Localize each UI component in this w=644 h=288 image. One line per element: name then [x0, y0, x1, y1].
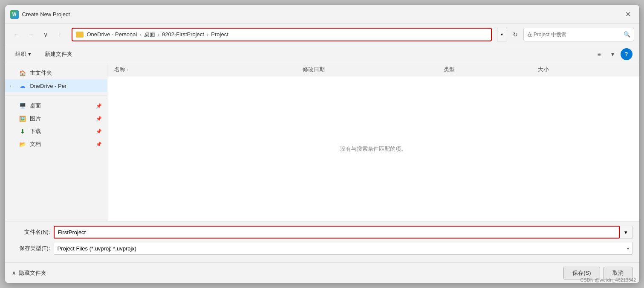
file-area: 名称 ↑ 修改日期 类型 大小 没有与搜索条件匹配的项。 — [107, 63, 639, 221]
breadcrumb-dropdown[interactable]: ▾ — [497, 28, 507, 41]
title-bar: W Create New Project ✕ — [5, 5, 639, 24]
docs-folder-icon: 📂 — [19, 140, 26, 148]
sidebar-label-home: 主文件夹 — [30, 69, 52, 77]
new-folder-button[interactable]: 新建文件夹 — [41, 49, 76, 60]
sidebar-label-downloads: 下载 — [30, 128, 41, 135]
pin-desktop-icon: 📌 — [96, 103, 102, 109]
sidebar-label-docs: 文档 — [30, 140, 41, 148]
filetype-select-wrap: Project Files (*.uvproj; *.uvprojx) ▾ — [54, 242, 632, 255]
breadcrumb-firstproject[interactable]: 9202-FirstProject — [162, 31, 204, 38]
sidebar-item-docs[interactable]: 📂 文档 📌 — [5, 138, 107, 151]
filename-input[interactable] — [54, 226, 620, 239]
filename-input-wrap: ▾ — [54, 226, 632, 239]
refresh-button[interactable]: ↻ — [509, 28, 522, 41]
pin-docs-icon: 📌 — [96, 142, 102, 147]
file-header: 名称 ↑ 修改日期 类型 大小 — [107, 63, 639, 76]
filename-row: 文件名(N): ▾ — [12, 226, 632, 239]
forward-button[interactable]: → — [25, 28, 38, 41]
footer: ∧ 隐藏文件夹 保存(S) 取消 — [5, 262, 639, 283]
hide-folder-toggle[interactable]: ∧ 隐藏文件夹 — [12, 269, 46, 277]
search-box[interactable]: 🔍 — [523, 28, 634, 41]
toolbar-right: ≡ ▾ ? — [593, 48, 632, 60]
app-icon: W — [10, 10, 19, 19]
title-bar-left: W Create New Project — [10, 10, 70, 19]
search-input[interactable] — [527, 32, 622, 38]
up-button[interactable]: ↑ — [54, 28, 66, 41]
folder-icon — [76, 32, 84, 38]
file-empty-message: 没有与搜索条件匹配的项。 — [107, 76, 639, 221]
desktop-folder-icon: 🖥️ — [19, 102, 26, 110]
view-dropdown-button[interactable]: ▾ — [607, 48, 619, 60]
sidebar-label-pictures: 图片 — [30, 115, 41, 122]
sidebar: 🏠 主文件夹 › ☁ OneDrive - Per 🖥️ 桌面 📌 — [5, 63, 107, 221]
view-button[interactable]: ≡ — [593, 48, 605, 60]
sidebar-item-onedrive[interactable]: › ☁ OneDrive - Per — [5, 79, 107, 92]
filetype-label: 保存类型(T): — [12, 244, 50, 252]
dropdown-button[interactable]: ∨ — [39, 28, 52, 41]
sort-arrow-name: ↑ — [127, 67, 129, 72]
breadcrumb-bar[interactable]: OneDrive - Personal › 桌面 › 9202-FirstPro… — [72, 28, 492, 41]
col-header-name[interactable]: 名称 ↑ — [114, 66, 303, 73]
home-icon: 🏠 — [19, 69, 26, 77]
hide-folder-label: 隐藏文件夹 — [19, 269, 46, 277]
navigation-bar: ← → ∨ ↑ OneDrive - Personal › 桌面 › 9202-… — [5, 24, 639, 45]
toolbar: 组织 ▾ 新建文件夹 ≡ ▾ ? — [5, 45, 639, 63]
chevron-onedrive: › — [10, 84, 15, 88]
pin-downloads-icon: 📌 — [96, 129, 102, 134]
col-header-size[interactable]: 大小 — [538, 66, 632, 73]
download-icon: ⬇ — [19, 128, 26, 135]
cloud-icon: ☁ — [19, 82, 26, 90]
search-icon: 🔍 — [624, 31, 630, 38]
back-button[interactable]: ← — [10, 28, 23, 41]
organize-button[interactable]: 组织 ▾ — [12, 49, 35, 60]
close-button[interactable]: ✕ — [622, 9, 634, 20]
filename-label: 文件名(N): — [12, 228, 50, 236]
breadcrumb-onedrive[interactable]: OneDrive - Personal — [87, 31, 137, 38]
bottom-form: 文件名(N): ▾ 保存类型(T): Project Files (*.uvpr… — [5, 221, 639, 262]
main-area: 🏠 主文件夹 › ☁ OneDrive - Per 🖥️ 桌面 📌 — [5, 63, 639, 221]
col-header-type[interactable]: 类型 — [444, 66, 538, 73]
window-title: Create New Project — [22, 11, 70, 17]
sidebar-item-downloads[interactable]: ⬇ 下载 📌 — [5, 125, 107, 138]
breadcrumb-desktop[interactable]: 桌面 — [144, 31, 155, 38]
watermark: CSDN @weixin_46213842 — [580, 277, 636, 282]
filetype-row: 保存类型(T): Project Files (*.uvproj; *.uvpr… — [12, 242, 632, 255]
help-button[interactable]: ? — [621, 48, 632, 60]
filetype-select[interactable]: Project Files (*.uvproj; *.uvprojx) — [54, 242, 632, 255]
pictures-folder-icon: 🖼️ — [19, 115, 26, 122]
sidebar-item-home[interactable]: 🏠 主文件夹 — [5, 67, 107, 79]
sidebar-label-desktop: 桌面 — [30, 102, 41, 110]
breadcrumb-project[interactable]: Project — [211, 31, 228, 38]
col-header-date[interactable]: 修改日期 — [303, 66, 444, 73]
sidebar-item-desktop[interactable]: 🖥️ 桌面 📌 — [5, 99, 107, 112]
filename-dropdown[interactable]: ▾ — [620, 226, 632, 239]
sidebar-divider — [5, 96, 107, 96]
hide-folder-icon: ∧ — [12, 270, 16, 276]
sidebar-item-pictures[interactable]: 🖼️ 图片 📌 — [5, 112, 107, 125]
pin-pictures-icon: 📌 — [96, 116, 102, 122]
sidebar-label-onedrive: OneDrive - Per — [30, 83, 67, 89]
